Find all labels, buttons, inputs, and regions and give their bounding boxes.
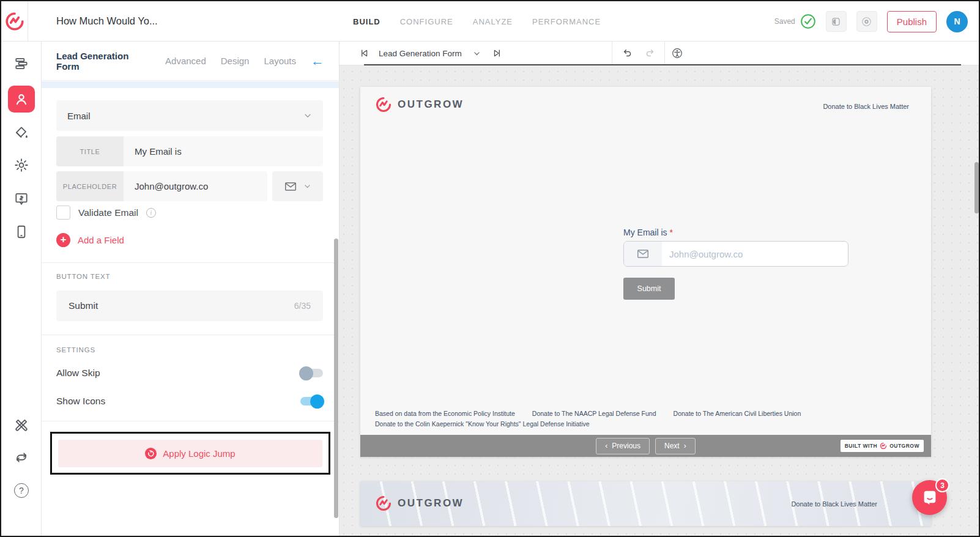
required-asterisk: * [670,228,673,237]
preview-footer-links: Based on data from the Economic Policy I… [375,410,801,431]
apply-logic-jump-button[interactable]: Apply Logic Jump [58,440,322,467]
saved-check-icon [800,13,816,29]
placeholder-input[interactable] [124,171,267,201]
field-type-select[interactable]: Email [56,100,323,131]
skip-to-next-button[interactable] [491,42,503,65]
layers-icon [13,56,29,72]
panel-tab-lead-generation-form[interactable]: Lead Generation Form [56,51,150,72]
sidebar-item-payments[interactable] [8,185,35,212]
divider [42,262,339,263]
divider [42,421,339,421]
panel-scrollbar[interactable] [334,239,338,518]
chevron-left-icon: ‹ [605,442,607,450]
built-with-brand: OUTGROW [889,443,919,449]
sidebar-item-help[interactable]: ? [8,477,35,504]
design-tools-icon [13,417,29,433]
outgrow-logo-icon [375,495,392,512]
canvas-scrollbar[interactable] [974,162,979,213]
panel-tab-design[interactable]: Design [221,56,250,66]
title-label: TITLE [56,136,124,166]
chat-icon [921,489,939,507]
undo-button[interactable] [621,42,633,65]
skip-to-first-button[interactable] [358,42,370,65]
main-nav: BUILD CONFIGURE ANALYZE PERFORMANCE [353,1,601,42]
paint-bucket-icon [13,124,29,140]
outgrow-logo[interactable] [1,1,28,42]
sidebar-item-settings[interactable] [8,152,35,179]
sidebar-item-questions[interactable] [8,50,35,77]
sidebar-item-lead-generation[interactable] [8,86,35,113]
donate-blm-link[interactable]: Donate to Black Lives Matter [791,500,877,508]
scrolled-row-remnant [42,81,339,88]
footer-link[interactable]: Based on data from the Economic Policy I… [375,410,515,417]
allow-skip-row: Allow Skip [56,368,323,379]
next-screen-preview-card: OUTGROW Donate to Black Lives Matter [360,481,931,526]
sidebar-item-design[interactable] [8,119,35,146]
chevron-down-icon [473,50,481,57]
publish-button[interactable]: Publish [887,11,937,32]
sync-loop-icon [13,450,29,465]
preview-canvas: Lead Generation Form [340,42,980,537]
chat-widget-button[interactable]: 3 [912,480,947,515]
validate-email-checkbox[interactable] [56,206,70,220]
left-icon-rail: ? [1,42,42,537]
info-icon[interactable]: i [146,208,156,218]
preview-brand: OUTGROW [375,96,464,113]
previous-button[interactable]: ‹ Previous [596,438,650,454]
chat-unread-badge: 3 [935,478,949,492]
question-label-text: My Email is [623,228,667,237]
show-icons-toggle[interactable] [300,397,323,406]
document-title[interactable]: How Much Would Yo... [56,15,158,27]
payment-dollar-icon [13,191,29,207]
validate-email-row: Validate Email i [56,206,156,220]
email-input-icon-cell [624,242,662,266]
saved-status: Saved [774,13,816,29]
field-icon-select[interactable] [272,171,323,201]
preview-submit-button[interactable]: Submit [623,278,675,300]
toolbar-separator [612,42,612,65]
collapse-panel-arrow-icon[interactable]: ← [311,54,324,68]
panel-tab-advanced[interactable]: Advanced [165,56,206,66]
help-icon: ? [14,483,29,498]
next-button[interactable]: Next › [655,438,696,454]
envelope-icon [284,180,297,193]
tab-build[interactable]: BUILD [353,17,380,26]
email-input[interactable] [662,242,848,266]
person-icon [13,91,29,107]
preview-eye-button[interactable] [856,11,877,32]
add-a-field-button[interactable]: + Add a Field [56,233,124,247]
sidebar-item-integrations[interactable] [8,444,35,471]
question-selector-dropdown[interactable]: Lead Generation Form [379,42,481,65]
outgrow-logo-icon [375,96,392,113]
sidebar-item-mobile[interactable] [8,218,35,245]
brand-wordmark: OUTGROW [398,98,464,111]
title-input[interactable] [124,136,323,166]
footer-link[interactable]: Donate to the Colin Kaepernick "Know You… [375,420,590,428]
button-text-field: 6/35 [56,291,323,321]
chevron-right-icon: › [684,442,686,450]
envelope-icon [636,247,650,261]
allow-skip-toggle[interactable] [300,369,323,377]
built-with-outgrow-badge[interactable]: BUILT WITH OUTGROW [841,440,924,452]
live-preview-card: OUTGROW Donate to Black Lives Matter My … [360,87,931,457]
tab-configure[interactable]: CONFIGURE [400,17,453,26]
button-text-input[interactable] [69,300,294,311]
redo-button[interactable] [644,42,656,65]
footer-link[interactable]: Donate to The American Civil Liberties U… [674,410,801,417]
panel-tab-layouts[interactable]: Layouts [264,56,296,66]
footer-link[interactable]: Donate to The NAACP Legal Defense Fund [532,410,656,417]
chevron-down-icon [303,182,311,190]
donate-blm-link[interactable]: Donate to Black Lives Matter [823,103,909,110]
tab-performance[interactable]: PERFORMANCE [532,17,601,26]
user-avatar[interactable]: N [946,11,968,32]
accessibility-button[interactable] [671,42,683,65]
sidebar-item-tools[interactable] [8,412,35,439]
theme-contrast-button[interactable] [826,11,847,32]
tab-analyze[interactable]: ANALYZE [473,17,513,26]
canvas-top-rule [364,64,961,65]
preview2-brand: OUTGROW [375,495,464,512]
saved-label: Saved [774,17,795,26]
apply-logic-jump-label: Apply Logic Jump [163,448,235,459]
divider [42,335,339,335]
contrast-icon [830,16,842,28]
